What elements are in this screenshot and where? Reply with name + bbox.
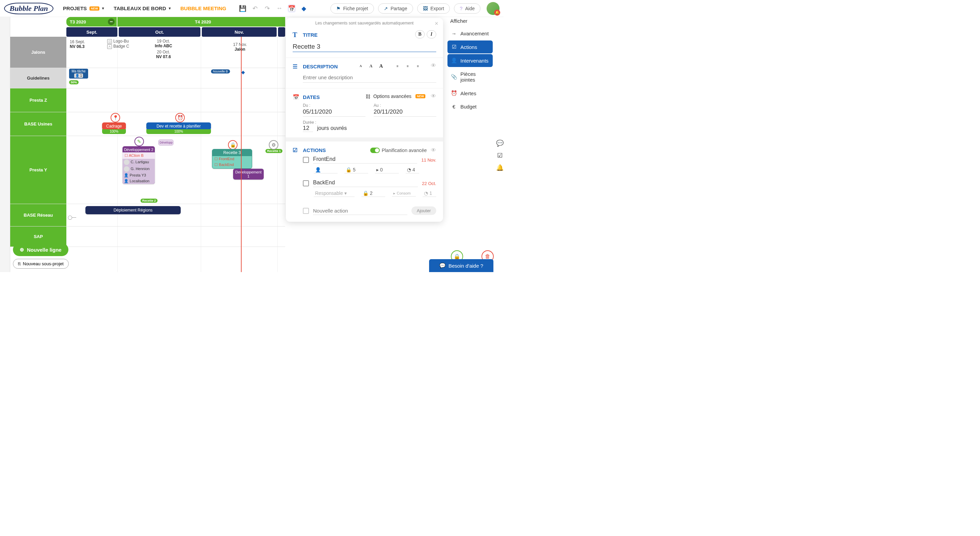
diamond-icon[interactable]: ◆ [300, 5, 308, 13]
italic-button[interactable]: I [427, 30, 436, 38]
collapse-icon[interactable]: − [108, 18, 115, 25]
action-frontend-name[interactable]: FrontEnd [313, 156, 417, 163]
date-du[interactable]: Du : 05/11/2020 [303, 103, 366, 117]
month-nov[interactable]: Nov. [202, 27, 277, 37]
description-input[interactable] [303, 73, 436, 82]
task-nouvelle-b[interactable]: Nouvelle B [211, 70, 230, 73]
badge-new-dates: NEW [415, 94, 425, 98]
rightbar-intervenants[interactable]: 👤Intervenants [447, 54, 493, 67]
aide-button[interactable]: ?Aide [454, 3, 480, 14]
action-frontend-checkbox[interactable] [303, 157, 309, 163]
task-developp-mini[interactable]: Développ [158, 140, 173, 146]
new-action-input[interactable] [313, 207, 407, 215]
undo-icon[interactable]: ↶ [251, 5, 259, 13]
bold-button[interactable]: B [415, 30, 425, 38]
chat-icon[interactable]: 💬 [496, 140, 504, 147]
quarter-t4[interactable]: T4 2020 [118, 17, 285, 27]
nav-projets[interactable]: PROJETSNEW [63, 5, 104, 11]
gantt-area: T3 2020− T4 2020 Sept. Oct. Nov. Jalons [10, 17, 285, 272]
task-recette3-fe: FrontEnd [219, 157, 234, 161]
action-frontend-consomme[interactable]: ▸ 0 [375, 166, 399, 173]
task-devrecette-label: Dev et recette à planifier [156, 124, 201, 128]
rightbar-actions[interactable]: ☑Actions [447, 40, 493, 53]
bell-icon[interactable]: 🔔 [496, 164, 504, 171]
edit-icon[interactable]: ✎ [134, 137, 144, 146]
rightbar-alertes[interactable]: ⏰Alertes [447, 87, 493, 100]
calendar-icon: 📅 [293, 94, 299, 100]
planification-toggle[interactable]: Planification avancée [370, 147, 427, 153]
action-backend-pct[interactable]: ◔ 1 [423, 190, 436, 197]
nav-bubble-meeting[interactable]: BUBBLE MEETING [180, 5, 226, 11]
rightbar-pieces[interactable]: 📎Pièces jointes [447, 68, 493, 86]
action-backend-consomme[interactable]: ▸ Consom [392, 190, 416, 197]
task-dev2-p4: Localisation [130, 179, 150, 183]
visibility-icon[interactable]: 👁 [431, 63, 436, 70]
fontsize-m-button[interactable]: A [368, 63, 374, 70]
nouvelle-ligne-button[interactable]: ⊕Nouvelle ligne [13, 243, 68, 256]
row-base-reseau: BASE Réseau ◯— Déploiement Régions [10, 204, 285, 227]
gear-icon[interactable]: ⚙ [269, 140, 278, 150]
task-dev2-p2: G. Hennion [130, 167, 150, 171]
fiche-projet-button[interactable]: ⚑Fiche projet [331, 3, 374, 14]
action-frontend-pct[interactable]: ◔ 4 [406, 166, 419, 173]
task-detail-panel: Les changements sont sauvegardés automat… [286, 18, 443, 222]
action-backend-name[interactable]: BackEnd [313, 179, 418, 187]
task-cadrage[interactable]: Cadrage [102, 122, 126, 130]
rowbody-base-reseau: ◯— Déploiement Régions [66, 204, 285, 226]
titre-label: TITRE [303, 32, 318, 38]
save-icon[interactable]: 💾 [239, 5, 247, 13]
calendar-view-icon[interactable]: 📅 [288, 5, 296, 13]
titre-input[interactable] [293, 41, 436, 52]
left-rail [0, 17, 10, 272]
align-center-button[interactable]: ≡ [404, 63, 411, 70]
align-left-button[interactable]: ≡ [394, 63, 401, 70]
fiche-projet-label: Fiche projet [343, 6, 368, 11]
task-matache[interactable]: Ma tâche 👤 1 [69, 69, 88, 79]
action-frontend-resp[interactable]: 👤 [314, 166, 337, 173]
visibility-dates-icon[interactable]: 👁 [431, 93, 436, 99]
month-sept[interactable]: Sept. [66, 27, 118, 37]
rightbar-budget[interactable]: €Budget [447, 100, 493, 113]
month-next[interactable] [278, 27, 285, 37]
task-recette3[interactable]: Recette 3 ☐ FrontEnd ☐ BackEnd [212, 149, 252, 169]
nouveau-sous-projet-button[interactable]: ⎘Nouveau sous-projet [13, 259, 69, 269]
partage-button[interactable]: ↗Partage [378, 3, 413, 14]
task-deploiement[interactable]: Déploiement Régions [86, 206, 181, 214]
action-backend-checkbox[interactable] [303, 180, 309, 186]
link-options-icon: ⛓ [366, 94, 371, 99]
action-backend-charge[interactable]: 🔒 2 [361, 190, 385, 197]
options-avancees-label[interactable]: Options avancées [373, 94, 411, 99]
redo-icon[interactable]: ↷ [263, 5, 271, 13]
action-frontend-charge[interactable]: 🔒 5 [344, 166, 368, 173]
rightbar-avancement[interactable]: →Avancement [447, 27, 493, 40]
right-sidebar: Afficher →Avancement ☑Actions 👤Intervena… [447, 18, 493, 114]
rowbody-base-usines: 📍 Cadrage 100% ⏰ Dev et recette à planif… [66, 112, 285, 136]
lines-icon: ☰ [293, 63, 299, 70]
jalon-4-date: 17 Nov. [233, 42, 247, 47]
checklist-icon[interactable]: ☑ [497, 152, 503, 159]
action-backend-resp[interactable]: Responsable ▾ [314, 190, 355, 197]
alarm-icon[interactable]: ⏰ [175, 113, 185, 122]
fit-icon[interactable]: ↔ [275, 5, 283, 13]
align-right-button[interactable]: ≡ [414, 63, 421, 70]
avatar[interactable]: 🔔 [487, 2, 500, 15]
help-floating-button[interactable]: 💬 Besoin d'aide ? [429, 259, 493, 272]
nav-tableaux[interactable]: TABLEAUX DE BORD [114, 5, 171, 11]
month-oct[interactable]: Oct. [119, 27, 200, 37]
task-devrecette[interactable]: Dev et recette à planifier [146, 122, 211, 130]
task-dev2[interactable]: Développement 2 ☐ ACtion B C. Lartigau G… [123, 146, 155, 184]
lock-icon[interactable]: 🔒 [228, 140, 237, 150]
quarter-t3[interactable]: T3 2020− [66, 17, 118, 27]
duree-value[interactable]: 12 [303, 125, 313, 132]
copy-icon: ⎘ [18, 261, 21, 266]
fontsize-l-button[interactable]: A [378, 63, 385, 70]
visibility-actions-icon[interactable]: 👁 [431, 147, 436, 153]
fontsize-s-button[interactable]: A [357, 63, 364, 70]
action-new-checkbox[interactable] [303, 208, 309, 214]
task-dev1[interactable]: Developpement 1 [233, 169, 264, 179]
date-au[interactable]: Au : 20/11/2020 [374, 103, 436, 117]
export-button[interactable]: 🖼Export [417, 3, 450, 14]
ajouter-button[interactable]: Ajouter [411, 206, 436, 215]
jalon-4-label: Jalon [233, 47, 247, 52]
location-icon[interactable]: 📍 [111, 113, 120, 122]
